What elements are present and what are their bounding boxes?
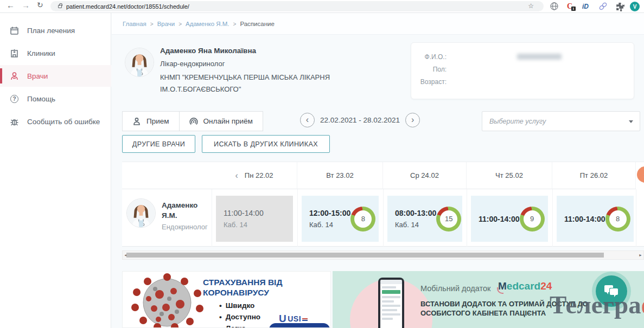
free-slots-gauge: 8: [605, 207, 630, 231]
insurance-banner[interactable]: СТРАХУВАННЯ ВІД КОРОНАВІРУСУ Швидко Дост…: [122, 271, 331, 328]
breadcrumb-doctors[interactable]: Врачи: [157, 21, 175, 27]
slot-time: 11:00-14:00: [479, 215, 520, 223]
lock-icon: [58, 5, 62, 8]
tab-label: Прием: [146, 117, 169, 125]
breadcrumb: Главная>Врачи>Адаменко Я.М.>Расписание: [123, 21, 275, 27]
tab-label: Онлайн приём: [203, 117, 253, 125]
day-header-thu: Чт 25.02: [467, 162, 552, 189]
sidebar-item-help[interactable]: ? Помощь: [0, 88, 111, 110]
slot-room: Каб. 14: [395, 221, 436, 229]
schedule-slot-mon: 11:00-14:00 Каб. 14: [216, 196, 293, 242]
date-range: 22.02.2021 - 28.02.2021: [320, 116, 400, 124]
breadcrumb-home[interactable]: Главная: [123, 21, 146, 27]
clinic-building-icon: [10, 49, 19, 58]
patient-fio-value-redacted: [517, 54, 562, 60]
page: ← → ↻ patient.medcard24.net/doctor/18551…: [0, 0, 644, 328]
scroll-right-icon[interactable]: ►: [639, 253, 642, 257]
sidebar-item-doctors[interactable]: Врачи: [0, 65, 111, 87]
doctor-person-icon: [10, 72, 19, 81]
person-icon: [132, 117, 141, 126]
free-slots-gauge: 8: [350, 207, 375, 231]
link-icon[interactable]: [598, 2, 608, 11]
slot-room: Каб. 14: [309, 221, 350, 229]
next-day-icon[interactable]: ›: [637, 166, 644, 183]
active-indicator: [0, 68, 2, 83]
address-bar[interactable]: patient.medcard24.net/doctor/18551/sched…: [50, 1, 544, 11]
id-extension-icon[interactable]: iD: [582, 3, 591, 12]
day-label: Ср 24.02: [410, 171, 439, 179]
insurance-cta-button[interactable]: [269, 323, 330, 328]
horizontal-scrollbar[interactable]: ◄ ►: [122, 250, 644, 260]
app-banner-subtitle: Мобільний додаток: [420, 284, 490, 293]
doctor-clinic-line1: КНМП "КРЕМЕНЧУЦЬКА ПЕРША МІСЬКА ЛІКАРНЯ: [160, 73, 330, 81]
schedule-table: ‹ Пн 22.02 Вт 23.02 Ср 24.02 Чт 25.02 Пт…: [122, 162, 644, 247]
browser-profile-avatar[interactable]: V: [630, 2, 640, 11]
medcard24-logo: Medcard24: [498, 280, 552, 292]
patient-info-card: Ф.И.О.: Пол: Возраст:: [411, 42, 634, 99]
sidebar-item-report-error[interactable]: Сообщить об ошибке: [0, 111, 111, 132]
doctor-name: Адаменко Яна Миколаївна: [160, 47, 256, 55]
slot-time: 08:00-13:00: [395, 209, 436, 217]
broadcast-icon: [189, 117, 198, 126]
browser-forward-icon[interactable]: →: [22, 1, 30, 10]
coronavirus-image: [124, 273, 211, 328]
next-week-button[interactable]: ›: [405, 113, 420, 127]
scrollbar-thumb[interactable]: [126, 253, 604, 258]
search-other-clinics-button[interactable]: ИСКАТЬ В ДРУГИХ КЛИНИКАХ: [202, 135, 330, 153]
doctor-specialty: Лікар-ендокринолог: [160, 60, 225, 68]
browser-back-icon[interactable]: ←: [7, 1, 15, 10]
breadcrumb-separator: >: [233, 21, 237, 27]
browser-refresh-icon[interactable]: ↻: [37, 1, 43, 9]
insurance-title: СТРАХУВАННЯ ВІД КОРОНАВІРУСУ: [203, 277, 328, 298]
day-header-fri: Пт 26.02: [552, 162, 636, 189]
appointment-type-tabs: Прием Онлайн приём: [122, 111, 263, 131]
help-icon: ?: [10, 94, 19, 104]
row-doctor-name[interactable]: Адаменко Я.М.: [162, 200, 211, 221]
extensions-puzzle-icon[interactable]: [615, 2, 624, 11]
free-slots-count: 8: [609, 210, 627, 228]
browser-toolbar: ← → ↻ patient.medcard24.net/doctor/18551…: [0, 0, 644, 13]
c-extension-icon[interactable]: C 1: [567, 2, 576, 11]
free-slots-count: 15: [440, 210, 457, 228]
service-select[interactable]: Выберите услугу: [482, 111, 640, 131]
schedule-slot-thu[interactable]: 11:00-14:00 9: [471, 196, 548, 242]
slot-time: 11:00-14:00: [224, 209, 288, 217]
day-header-tue: Вт 23.02: [297, 162, 383, 189]
week-navigator: ‹ 22.02.2021 - 28.02.2021 ›: [300, 113, 420, 127]
day-header-mon: ‹ Пн 22.02: [212, 162, 297, 189]
day-header-wed: Ср 24.02: [383, 162, 467, 189]
prev-day-icon[interactable]: ‹: [235, 171, 238, 181]
day-label: Пн 22.02: [245, 171, 273, 179]
breadcrumb-separator: >: [150, 21, 154, 27]
sidebar-item-label: Помощь: [27, 95, 55, 103]
globe-icon[interactable]: [550, 2, 559, 11]
sidebar-item-clinics[interactable]: Клиники: [0, 42, 111, 64]
other-doctors-button[interactable]: ДРУГИЕ ВРАЧИ: [122, 135, 195, 153]
sidebar-item-treatment-plan[interactable]: План лечения: [0, 20, 111, 41]
slot-time: 12:00-15:00: [309, 209, 350, 217]
url-text[interactable]: patient.medcard24.net/doctor/18551/sched…: [66, 3, 189, 10]
prev-week-button[interactable]: ‹: [300, 113, 315, 127]
schedule-slot-fri[interactable]: 11:00-14:00 8: [557, 196, 634, 242]
calendar-icon: [10, 26, 19, 35]
free-slots-count: 8: [354, 210, 372, 228]
tab-online-reception[interactable]: Онлайн приём: [179, 112, 263, 131]
sidebar-item-label: Врачи: [27, 72, 48, 80]
schedule-slot-wed[interactable]: 08:00-13:00 Каб. 14 15: [387, 196, 462, 242]
mobile-app-banner[interactable]: Мобільний додаток Medcard24 ВСТАНОВИ ДОД…: [333, 271, 644, 328]
chat-widget-button[interactable]: [596, 275, 627, 307]
sidebar: План лечения Клиники Врачи ? Помощь Со: [0, 13, 111, 328]
free-slots-gauge: 15: [436, 207, 461, 231]
doctor-clinic-line2: ІМ.О.Т.БОГАЄВСЬКОГО": [160, 85, 241, 93]
slot-room: Каб. 14: [224, 221, 288, 229]
bookmark-star-icon[interactable]: ☆: [528, 2, 534, 10]
tab-reception[interactable]: Прием: [123, 112, 179, 131]
schedule-slot-tue[interactable]: 12:00-15:00 Каб. 14 8: [302, 196, 379, 242]
free-slots-count: 9: [524, 210, 541, 228]
phone-image: [378, 278, 404, 328]
free-slots-gauge: 9: [520, 207, 545, 231]
sidebar-item-label: План лечения: [27, 27, 75, 35]
sidebar-item-label: Клиники: [27, 49, 55, 57]
sidebar-item-label: Сообщить об ошибке: [27, 118, 100, 126]
breadcrumb-doctor[interactable]: Адаменко Я.М.: [186, 21, 229, 27]
